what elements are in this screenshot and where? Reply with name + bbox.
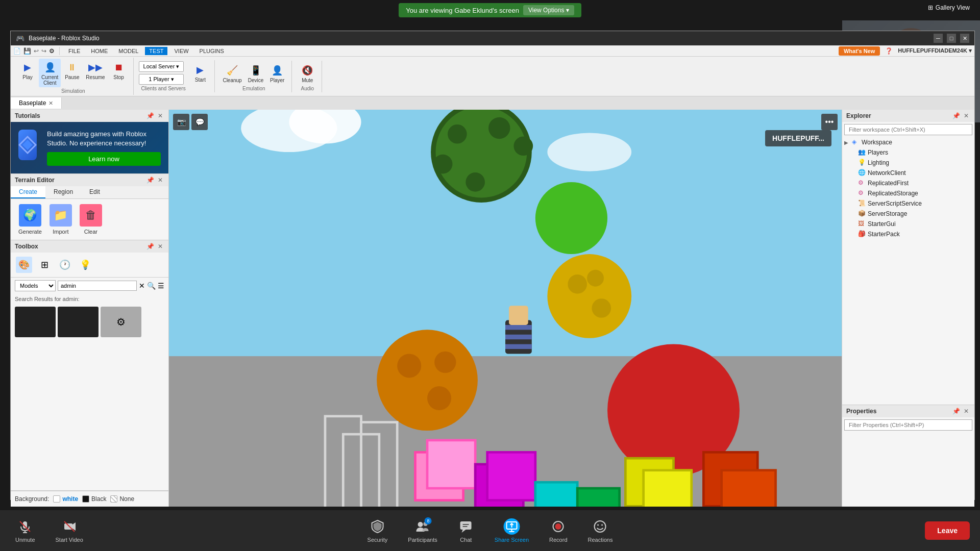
properties-panel: Properties 📌 ✕ <box>842 405 974 507</box>
mute-button[interactable]: 🔇 Mute <box>297 62 317 85</box>
svg-marker-65 <box>462 530 466 533</box>
whats-new-button[interactable]: What's New <box>839 46 880 56</box>
tree-item-serverstorage[interactable]: 📦 ServerStorage <box>842 209 974 219</box>
search-result-item[interactable] <box>58 307 99 337</box>
search-result-item[interactable] <box>15 307 56 337</box>
toolbox-category-select[interactable]: Models <box>15 280 56 291</box>
toolbox-category-models[interactable]: 🎨 <box>16 257 32 273</box>
reactions-button[interactable]: Reactions <box>583 516 618 545</box>
terrain-close-button[interactable]: ✕ <box>156 176 164 184</box>
resume-button[interactable]: ▶▶ Resume <box>83 59 107 87</box>
learn-now-button[interactable]: Learn now <box>47 152 161 166</box>
toolbox-close-button[interactable]: ✕ <box>156 242 164 251</box>
leave-button[interactable]: Leave <box>925 521 970 540</box>
toolbox-category-grid[interactable]: ⊞ <box>36 257 53 273</box>
bg-none-option[interactable]: None <box>110 495 134 503</box>
viewport-chat-button[interactable]: 💬 <box>191 114 208 130</box>
unmute-button[interactable]: Unmute <box>10 516 40 545</box>
tree-item-replicatedfirst[interactable]: ⚙ ReplicatedFirst <box>842 178 974 188</box>
terrain-generate-tool[interactable]: 🌍 Generate <box>18 204 42 235</box>
search-result-item[interactable]: ⚙ <box>101 307 141 337</box>
viewport[interactable]: 📷 💬 ••• HUFFLEPUFF... <box>169 110 842 507</box>
window-maximize-button[interactable]: □ <box>947 34 956 43</box>
viewport-toolbar: 📷 💬 <box>173 114 208 130</box>
tree-item-workspace[interactable]: ▶ ◈ Workspace <box>842 137 974 147</box>
toolbox-search-button[interactable]: 🔍 <box>147 282 156 290</box>
start-video-button[interactable]: Start Video <box>51 516 88 545</box>
viewport-more-button[interactable]: ••• <box>821 114 838 130</box>
tutorials-close-button[interactable]: ✕ <box>156 112 164 120</box>
bg-black-option[interactable]: Black <box>82 495 106 503</box>
bg-black-label: Black <box>91 495 106 503</box>
terrain-tab-region[interactable]: Region <box>45 186 81 198</box>
clients-servers-group: Local Server ▾ 1 Player ▾ Clients and Se… <box>135 60 215 92</box>
toolbox-pin-button[interactable]: 📌 <box>146 242 154 251</box>
background-selector: Background: white Black None <box>11 491 168 507</box>
tree-item-networkclient[interactable]: 🌐 NetworkClient <box>842 168 974 178</box>
toolbox-category-light[interactable]: 💡 <box>77 257 93 273</box>
viewport-camera-button[interactable]: 📷 <box>173 114 189 130</box>
tree-item-replicatedstorage[interactable]: ⚙ ReplicatedStorage <box>842 188 974 198</box>
player-emu-button[interactable]: 👤 Player <box>267 62 287 85</box>
svg-rect-52 <box>722 470 776 507</box>
roblox-window: 🎮 Baseplate - Roblox Studio ─ □ ✕ 📄 💾 ↩ … <box>10 31 975 500</box>
menu-plugins[interactable]: PLUGINS <box>195 47 228 55</box>
tree-item-starterpack[interactable]: 🎒 StarterPack <box>842 229 974 239</box>
properties-filter-input[interactable] <box>844 419 972 431</box>
svg-rect-48 <box>487 452 535 500</box>
share-screen-button[interactable]: Share Screen <box>489 516 534 545</box>
serverstorage-icon: 📦 <box>858 210 866 218</box>
baseplate-tab[interactable]: Baseplate ✕ <box>11 97 62 109</box>
toolbox-category-recent[interactable]: 🕐 <box>57 257 73 273</box>
properties-close-button[interactable]: ✕ <box>962 407 970 415</box>
replicatedstorage-icon: ⚙ <box>858 189 866 197</box>
player-count-dropdown[interactable]: 1 Player ▾ <box>139 74 184 85</box>
view-options-button[interactable]: View Options ▾ <box>523 5 574 15</box>
menu-model[interactable]: MODEL <box>114 47 142 55</box>
tree-item-players[interactable]: 👥 Players <box>842 147 974 158</box>
start-button[interactable]: ▶ Start <box>190 61 210 84</box>
menu-home[interactable]: HOME <box>87 47 112 55</box>
record-button[interactable]: Record <box>544 516 572 545</box>
tutorials-text: Build amazing games with Roblox Studio. … <box>47 130 161 166</box>
cleanup-button[interactable]: 🧹 Cleanup <box>220 62 244 85</box>
explorer-pin-button[interactable]: 📌 <box>952 112 960 120</box>
player-name-tag: HUFFLEPUFF... <box>765 130 831 146</box>
terrain-pin-button[interactable]: 📌 <box>146 176 154 184</box>
bg-white-option[interactable]: white <box>53 495 78 503</box>
terrain-import-tool[interactable]: 📁 Import <box>50 204 72 235</box>
bg-white-swatch <box>53 495 60 503</box>
menu-view[interactable]: VIEW <box>170 47 192 55</box>
play-button[interactable]: ▶ Play <box>17 59 38 87</box>
chat-button[interactable]: Chat <box>453 516 479 545</box>
device-button[interactable]: 📱 Device <box>246 62 266 85</box>
tree-item-serverscriptservice[interactable]: 📜 ServerScriptService <box>842 198 974 209</box>
security-button[interactable]: Security <box>362 516 393 545</box>
window-close-button[interactable]: ✕ <box>960 34 969 43</box>
window-minimize-button[interactable]: ─ <box>934 34 943 43</box>
terrain-clear-tool[interactable]: 🗑 Clear <box>80 204 102 235</box>
explorer-filter-input[interactable] <box>844 124 972 135</box>
toolbox-search-input[interactable] <box>58 281 137 291</box>
menu-test[interactable]: TEST <box>145 47 167 55</box>
current-client-button[interactable]: 👤 CurrentClient <box>39 59 61 87</box>
svg-point-28 <box>547 254 631 338</box>
gallery-view-button[interactable]: ⊞ Gallery View <box>928 4 970 11</box>
explorer-close-button[interactable]: ✕ <box>962 112 970 120</box>
tutorials-pin-button[interactable]: 📌 <box>146 112 154 120</box>
properties-pin-button[interactable]: 📌 <box>952 407 960 415</box>
toolbox-search-clear[interactable]: ✕ <box>139 282 145 290</box>
toolbox-filter-button[interactable]: ☰ <box>158 282 164 290</box>
reactions-label: Reactions <box>588 537 613 543</box>
stop-button[interactable]: ⏹ Stop <box>109 59 129 87</box>
terrain-editor-header: Terrain Editor 📌 ✕ <box>11 174 168 186</box>
tree-item-startergui[interactable]: 🖼 StarterGui <box>842 219 974 229</box>
pause-button[interactable]: ⏸ Pause <box>62 59 82 87</box>
terrain-tab-edit[interactable]: Edit <box>81 186 108 198</box>
menu-file[interactable]: FILE <box>64 47 84 55</box>
tree-item-lighting[interactable]: 💡 Lighting <box>842 158 974 168</box>
terrain-tab-create[interactable]: Create <box>11 186 45 198</box>
baseplate-tab-close[interactable]: ✕ <box>48 100 53 107</box>
local-server-dropdown[interactable]: Local Server ▾ <box>139 61 184 72</box>
participants-button[interactable]: 8 Participants <box>403 516 442 545</box>
